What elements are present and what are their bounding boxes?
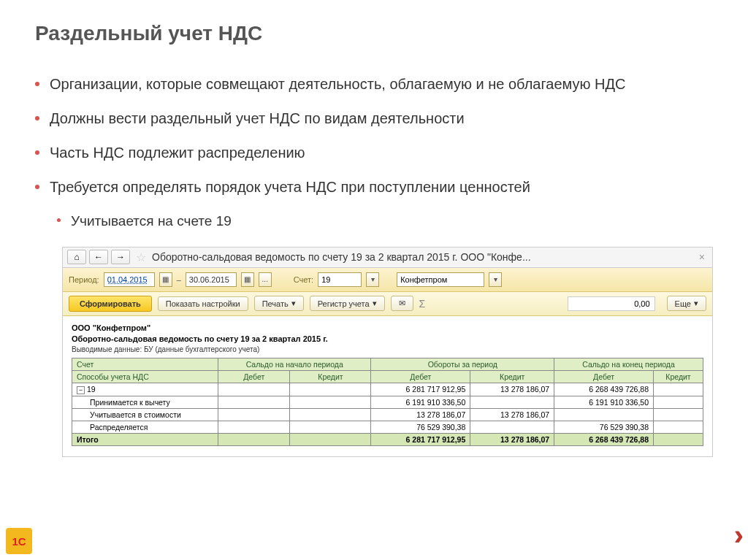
forward-button[interactable]: → — [111, 250, 130, 264]
calendar-icon[interactable]: ▦ — [241, 272, 254, 287]
close-button[interactable]: × — [696, 251, 708, 263]
col-debit: Дебет — [554, 370, 654, 383]
col-account: Счет — [72, 358, 218, 370]
more-label: Еще — [675, 299, 691, 308]
cell-value — [554, 408, 654, 421]
cell-value: 76 529 390,38 — [554, 421, 654, 433]
col-credit: Кредит — [290, 370, 371, 383]
col-debit: Дебет — [371, 370, 470, 383]
period-picker-button[interactable]: ... — [259, 272, 272, 287]
account-label: Счет: — [294, 275, 313, 284]
period-label: Период: — [69, 275, 99, 284]
action-toolbar: Сформировать Показать настройки Печать▾ … — [63, 292, 712, 316]
report-title: Оборотно-сальдовая ведомость по счету 19… — [72, 334, 703, 343]
register-label: Регистр учета — [318, 299, 370, 308]
bullet-text: Учитывается на счете 19 — [71, 212, 232, 231]
bullet-dot-icon — [57, 218, 61, 222]
cell-label: 19 — [87, 385, 96, 394]
report-table: Счет Сальдо на начало периода Обороты за… — [72, 358, 703, 446]
cell-label: Принимается к вычету — [72, 396, 218, 408]
cell-value: 76 529 390,38 — [371, 421, 470, 433]
register-button[interactable]: Регистр учета▾ — [310, 296, 385, 311]
cell-label: Учитывается в стоимости — [72, 408, 218, 421]
cell-value — [470, 396, 554, 408]
window-titlebar: ⌂ ← → ☆ Оборотно-сальдовая ведомость по … — [63, 248, 712, 268]
col-credit: Кредит — [654, 370, 703, 383]
next-slide-icon[interactable]: ›› — [734, 520, 735, 551]
cell-value: 13 278 186,07 — [470, 408, 554, 421]
table-row[interactable]: Принимается к вычету 6 191 910 336,50 6 … — [72, 396, 703, 408]
form-report-button[interactable]: Сформировать — [69, 296, 152, 312]
col-turnover: Обороты за период — [371, 358, 554, 370]
cell-value: 13 278 186,07 — [470, 383, 554, 396]
organization-input[interactable] — [397, 272, 484, 287]
bullet-item: Организации, которые совмещают деятельно… — [35, 74, 713, 94]
bullet-dot-icon — [35, 185, 39, 189]
params-bar: Период: ▦ – ▦ ... Счет: ▾ ▾ — [63, 268, 712, 292]
cell-value: 6 281 717 912,95 — [371, 383, 470, 396]
date-to-input[interactable] — [186, 272, 237, 287]
bullet-item: Должны вести раздельный учет НДС по вида… — [35, 109, 713, 129]
cell-label: Распределяется — [72, 421, 218, 433]
print-button[interactable]: Печать▾ — [254, 296, 304, 311]
account-input[interactable] — [318, 272, 362, 287]
cell-value: 6 281 717 912,95 — [371, 433, 470, 445]
home-button[interactable]: ⌂ — [67, 250, 86, 264]
print-label: Печать — [262, 299, 289, 308]
table-row[interactable]: Распределяется 76 529 390,38 76 529 390,… — [72, 421, 703, 433]
sigma-icon: Σ — [419, 298, 426, 310]
col-credit: Кредит — [470, 370, 554, 383]
window-title: Оборотно-сальдовая ведомость по счету 19… — [152, 251, 693, 263]
bullet-text: Часть НДС подлежит распределению — [50, 143, 305, 163]
cell-value: 6 268 439 726,88 — [554, 383, 654, 396]
more-button[interactable]: Еще▾ — [667, 296, 706, 311]
back-button[interactable]: ← — [89, 250, 108, 264]
cell-value: 6 191 910 336,50 — [371, 396, 470, 408]
cell-value: 6 191 910 336,50 — [554, 396, 654, 408]
bullet-text: Организации, которые совмещают деятельно… — [50, 74, 626, 94]
dash-label: – — [177, 275, 181, 284]
bullet-dot-icon — [35, 82, 39, 86]
cell-label: Итого — [72, 433, 218, 445]
sub-bullet-item: Учитывается на счете 19 — [57, 212, 713, 231]
dropdown-icon: ▾ — [694, 299, 698, 308]
table-row[interactable]: −19 6 281 717 912,95 13 278 186,07 6 268… — [72, 383, 703, 396]
bullet-list: Организации, которые совмещают деятельно… — [0, 53, 748, 247]
dropdown-icon[interactable]: ▾ — [366, 272, 379, 287]
col-debit: Дебет — [218, 370, 290, 383]
date-from-input[interactable] — [104, 272, 155, 287]
email-button[interactable]: ✉ — [391, 296, 413, 311]
dropdown-icon[interactable]: ▾ — [489, 272, 502, 287]
report-subtitle: Выводимые данные: БУ (данные бухгалтерск… — [72, 345, 703, 353]
bullet-item: Требуется определять порядок учета НДС п… — [35, 177, 713, 197]
sum-field[interactable] — [568, 296, 655, 311]
cell-value: 13 278 186,07 — [470, 433, 554, 445]
favorite-icon[interactable]: ☆ — [136, 250, 146, 264]
logo-1c-icon: 1C — [6, 528, 32, 554]
bullet-dot-icon — [35, 150, 39, 155]
bullet-text: Должны вести раздельный учет НДС по вида… — [50, 109, 465, 129]
bullet-item: Часть НДС подлежит распределению — [35, 143, 713, 163]
col-start-balance: Сальдо на начало периода — [218, 358, 371, 370]
col-end-balance: Сальдо на конец периода — [554, 358, 703, 370]
table-row[interactable]: Учитывается в стоимости 13 278 186,07 13… — [72, 408, 703, 421]
table-total-row: Итого 6 281 717 912,95 13 278 186,07 6 2… — [72, 433, 703, 445]
cell-value: 6 268 439 726,88 — [554, 433, 654, 445]
report-org: ООО "Конфетпром" — [72, 323, 703, 332]
cell-value — [470, 421, 554, 433]
bullet-text: Требуется определять порядок учета НДС п… — [50, 177, 530, 197]
cell-value: 13 278 186,07 — [371, 408, 470, 421]
bullet-dot-icon — [35, 116, 39, 120]
dropdown-icon: ▾ — [291, 299, 296, 308]
show-settings-button[interactable]: Показать настройки — [158, 296, 248, 311]
collapse-icon[interactable]: − — [77, 386, 85, 394]
slide-title: Раздельный учет НДС — [0, 0, 748, 53]
dropdown-icon: ▾ — [373, 299, 377, 308]
report-body: ООО "Конфетпром" Оборотно-сальдовая ведо… — [63, 316, 712, 456]
col-method: Способы учета НДС — [72, 370, 218, 383]
app-window: ⌂ ← → ☆ Оборотно-сальдовая ведомость по … — [62, 247, 713, 457]
calendar-icon[interactable]: ▦ — [159, 272, 172, 287]
